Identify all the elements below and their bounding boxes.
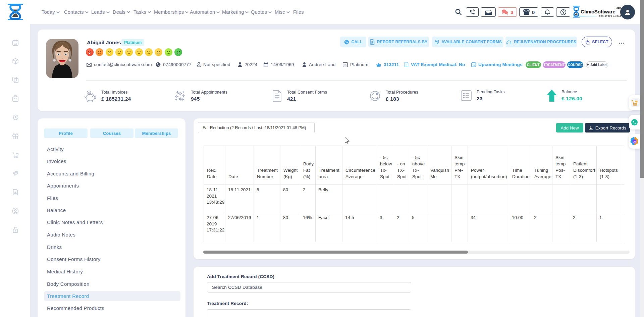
svg-text:$: $ <box>88 92 90 95</box>
svg-text:12: 12 <box>14 43 17 45</box>
svg-text:12: 12 <box>473 64 475 66</box>
svg-text:AI: AI <box>633 140 636 143</box>
